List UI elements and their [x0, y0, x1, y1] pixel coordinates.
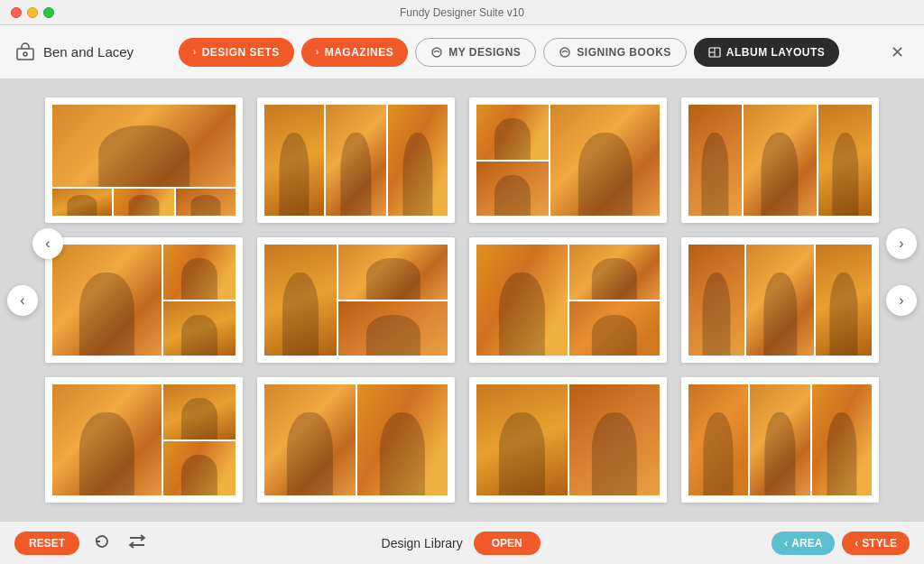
- style-button[interactable]: ‹ STYLE: [842, 532, 910, 555]
- design-sets-chevron: ›: [193, 47, 197, 57]
- bottom-left-controls: RESET: [14, 530, 150, 557]
- logo-area: Ben and Lacey: [14, 42, 134, 63]
- minimize-traffic-light[interactable]: [27, 7, 38, 18]
- area-prev-icon: ‹: [784, 537, 788, 550]
- style-label: STYLE: [862, 537, 897, 550]
- prev-page-arrow[interactable]: ‹: [7, 285, 38, 316]
- svg-point-2: [432, 48, 441, 57]
- nav-buttons: › DESIGN SETS › MAGAZINES MY DESIGNS SIG…: [148, 38, 870, 67]
- layout-card-12[interactable]: [681, 377, 879, 503]
- swap-icon: [128, 534, 146, 549]
- album-layouts-label: ALBUM LAYOUTS: [726, 46, 825, 59]
- my-designs-icon: [430, 46, 443, 59]
- next-page-arrow[interactable]: ›: [886, 285, 917, 316]
- design-library-label: Design Library: [382, 536, 463, 550]
- layout-card-4[interactable]: [681, 97, 879, 223]
- layout-card-5[interactable]: [45, 237, 243, 363]
- signing-books-button[interactable]: SIGNING BOOKS: [543, 38, 687, 67]
- traffic-lights: [11, 7, 54, 18]
- album-layout-grid: [45, 97, 879, 503]
- titlebar: Fundy Designer Suite v10: [0, 0, 924, 25]
- window-title: Fundy Designer Suite v10: [400, 6, 524, 19]
- bottom-bar: RESET Design Library OPEN ‹ AREA ‹ STYLE: [0, 521, 924, 564]
- refresh-icon: [94, 533, 110, 550]
- bottom-right-controls: ‹ AREA ‹ STYLE: [772, 532, 910, 555]
- style-prev-icon: ‹: [855, 537, 858, 550]
- inner-next-arrow[interactable]: ›: [886, 228, 917, 259]
- swap-button[interactable]: [125, 531, 150, 556]
- main-content: ‹ › ‹ ›: [0, 79, 924, 521]
- open-button[interactable]: OPEN: [474, 532, 541, 555]
- logo-icon: [14, 42, 36, 63]
- area-button[interactable]: ‹ AREA: [772, 532, 835, 555]
- svg-point-1: [23, 52, 27, 56]
- layout-card-8[interactable]: [681, 237, 879, 363]
- layout-card-9[interactable]: [45, 377, 243, 503]
- layout-card-7[interactable]: [469, 237, 667, 363]
- project-name: Ben and Lacey: [43, 44, 134, 60]
- bottom-center-controls: Design Library OPEN: [382, 532, 541, 555]
- my-designs-button[interactable]: MY DESIGNS: [415, 38, 536, 67]
- inner-prev-arrow[interactable]: ‹: [32, 228, 63, 259]
- fullscreen-traffic-light[interactable]: [43, 7, 54, 18]
- svg-point-3: [560, 48, 569, 57]
- my-designs-label: MY DESIGNS: [448, 46, 521, 59]
- area-label: AREA: [791, 537, 822, 550]
- album-layouts-button[interactable]: ALBUM LAYOUTS: [694, 38, 839, 67]
- reset-button[interactable]: RESET: [14, 532, 79, 555]
- magazines-chevron: ›: [316, 47, 319, 57]
- magazines-label: MAGAZINES: [325, 46, 394, 59]
- layout-card-2[interactable]: [257, 97, 455, 223]
- layout-card-1[interactable]: [45, 97, 243, 223]
- refresh-button[interactable]: [90, 530, 114, 557]
- layout-card-6[interactable]: [257, 237, 455, 363]
- svg-rect-0: [17, 49, 33, 60]
- design-sets-label: DESIGN SETS: [202, 46, 280, 59]
- close-window-button[interactable]: ✕: [884, 40, 910, 65]
- signing-books-icon: [559, 46, 571, 59]
- magazines-button[interactable]: › MAGAZINES: [301, 38, 408, 67]
- close-traffic-light[interactable]: [11, 7, 22, 18]
- layout-card-3[interactable]: [469, 97, 667, 223]
- header: Ben and Lacey › DESIGN SETS › MAGAZINES …: [0, 25, 924, 79]
- signing-books-label: SIGNING BOOKS: [577, 46, 671, 59]
- layout-card-11[interactable]: [469, 377, 667, 503]
- layout-card-10[interactable]: [257, 377, 455, 503]
- design-sets-button[interactable]: › DESIGN SETS: [179, 38, 294, 67]
- album-layouts-icon: [708, 46, 721, 59]
